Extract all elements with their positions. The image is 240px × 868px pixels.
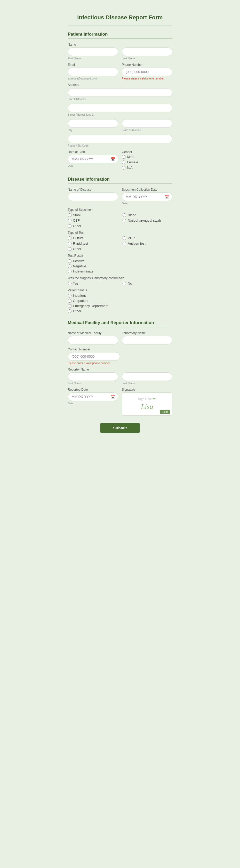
status-other-radio[interactable] [68, 309, 71, 313]
specimen-blood[interactable]: Blood [123, 213, 172, 217]
test-pcr-radio[interactable] [123, 236, 126, 240]
status-inpatient-radio[interactable] [68, 294, 71, 298]
reporter-name-row: First Name Last Name [68, 372, 172, 385]
specimen-nasal-radio[interactable] [123, 219, 126, 222]
specimen-other-radio[interactable] [68, 224, 71, 228]
state-input[interactable] [122, 119, 172, 128]
specimen-type-options: Stool CSF Other Blood Nasopharyngeal swa… [68, 213, 172, 228]
city-group: City [68, 119, 118, 132]
lab-name-input[interactable] [122, 336, 172, 344]
postal-input[interactable] [68, 135, 172, 143]
status-inpatient[interactable]: Inpatient [68, 293, 172, 298]
phone-hint: Please enter a valid phone number. [122, 77, 172, 80]
signature-box[interactable]: Sign Here ✒ Lisa Clear [122, 393, 172, 416]
gender-male[interactable]: Male [122, 155, 172, 159]
date-signature-row: Reported Date 📅 Date Signature Sign Here… [68, 388, 172, 416]
test-antigen[interactable]: Antigen test [123, 242, 172, 245]
lab-name-group: Laboratory Name [122, 331, 172, 344]
status-other[interactable]: Other [68, 309, 172, 313]
reporter-first-hint: First Name [68, 382, 118, 385]
lab-confirmed-label: Was the diagnosis laboratory confirmed? [68, 276, 172, 280]
result-positive-radio[interactable] [68, 259, 71, 263]
disease-name-input[interactable] [68, 192, 118, 201]
gender-female-label: Female [127, 160, 138, 164]
specimen-date-input[interactable] [122, 192, 172, 201]
street1-input[interactable] [68, 88, 172, 97]
clear-signature-button[interactable]: Clear [160, 410, 170, 414]
lab-no[interactable]: No [123, 281, 172, 285]
specimen-stool[interactable]: Stool [68, 213, 118, 217]
result-negative-radio[interactable] [68, 265, 71, 268]
specimen-col2: Blood Nasopharyngeal swab [123, 213, 172, 228]
dob-date-wrapper: 📅 [68, 155, 118, 163]
phone-input[interactable] [122, 68, 172, 76]
gender-na-radio[interactable] [122, 166, 125, 169]
test-culture-radio[interactable] [68, 236, 71, 240]
city-input[interactable] [68, 119, 118, 128]
sign-here-text: Sign Here ✒ [138, 396, 156, 401]
gender-na[interactable]: N/A [122, 166, 172, 169]
result-positive[interactable]: Positive [68, 259, 172, 263]
result-indeterminate[interactable]: Indeterminate [68, 269, 172, 273]
status-outpatient[interactable]: Outpatient [68, 299, 172, 303]
lab-yes[interactable]: Yes [68, 281, 118, 285]
street2-group: Street Address Line 2 [68, 104, 172, 116]
specimen-other[interactable]: Other [68, 224, 118, 228]
gender-female-radio[interactable] [122, 160, 125, 164]
reporter-first-input[interactable] [68, 372, 118, 381]
last-name-input[interactable] [122, 48, 172, 56]
submit-button[interactable]: Submit [100, 423, 140, 433]
postal-row: Postal / Zip Code [68, 135, 172, 147]
state-group: State / Province [122, 119, 172, 132]
test-rapid-radio[interactable] [68, 242, 71, 245]
specimen-nasal[interactable]: Nasopharyngeal swab [123, 219, 172, 222]
test-antigen-radio[interactable] [123, 242, 126, 245]
specimen-stool-radio[interactable] [68, 213, 71, 217]
facility-name-input[interactable] [68, 336, 118, 344]
gender-label: Gender [122, 150, 172, 154]
status-outpatient-radio[interactable] [68, 299, 71, 303]
first-name-input[interactable] [68, 48, 118, 56]
reported-date-input[interactable] [68, 393, 118, 401]
email-phone-row: Email example@example.com Phone Number P… [68, 63, 172, 80]
specimen-csf-radio[interactable] [68, 219, 71, 222]
test-rapid[interactable]: Rapid test [68, 242, 118, 245]
reporter-last-input[interactable] [122, 372, 172, 381]
form-container: Infectious Disease Report Form Patient I… [60, 5, 180, 441]
disease-name-group: Name of Disease [68, 188, 118, 205]
result-indeterminate-radio[interactable] [68, 270, 71, 273]
facility-lab-row: Name of Medical Facility Laboratory Name [68, 331, 172, 344]
gender-female[interactable]: Female [122, 160, 172, 164]
contact-number-input[interactable] [68, 352, 120, 361]
signature-scrawl: Lisa [141, 403, 153, 411]
sign-here-label: Sign Here [138, 397, 151, 401]
lab-confirmed-col1: Yes [68, 281, 118, 285]
gender-male-radio[interactable] [122, 155, 125, 159]
status-emergency-radio[interactable] [68, 304, 71, 308]
email-input[interactable] [68, 68, 118, 76]
lab-name-label: Laboratory Name [122, 331, 172, 335]
signature-label: Signature [122, 388, 172, 392]
test-other-radio[interactable] [68, 247, 71, 251]
gender-male-label: Male [127, 155, 134, 159]
status-emergency[interactable]: Emergency Department [68, 304, 172, 308]
submit-row: Submit [68, 423, 172, 433]
street2-input[interactable] [68, 104, 172, 112]
test-culture[interactable]: Culture [68, 236, 118, 240]
patient-section-title: Patient Information [68, 32, 172, 39]
lab-no-radio[interactable] [123, 282, 126, 285]
test-type-section: Type of Test Culture Rapid test Other PC… [68, 231, 172, 251]
result-negative[interactable]: Negative [68, 264, 172, 268]
lab-yes-radio[interactable] [68, 282, 71, 285]
dob-input[interactable] [68, 155, 118, 163]
disease-name-row: Name of Disease Specimen Collection Date… [68, 188, 172, 205]
facility-section: Medical Facility and Reporter Informatio… [68, 320, 172, 416]
specimen-csf[interactable]: CSF [68, 219, 118, 222]
postal-group: Postal / Zip Code [68, 135, 172, 147]
last-name-hint: Last Name [122, 57, 172, 60]
disease-section: Disease Information Name of Disease Spec… [68, 177, 172, 313]
test-pcr[interactable]: PCR [123, 236, 172, 240]
specimen-date-hint: Date [122, 202, 172, 205]
specimen-blood-radio[interactable] [123, 213, 126, 217]
test-other[interactable]: Other [68, 247, 118, 251]
